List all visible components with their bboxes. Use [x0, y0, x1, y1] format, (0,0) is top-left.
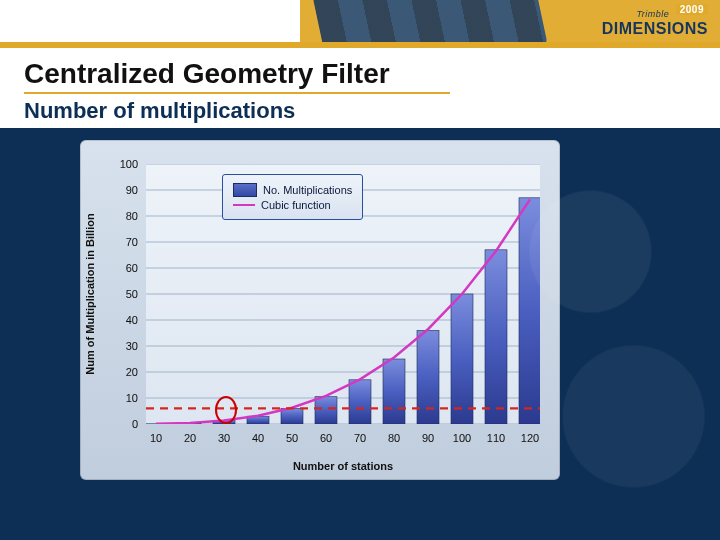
line-swatch-icon — [233, 204, 255, 206]
svg-text:40: 40 — [252, 432, 264, 444]
plot-area: No. Multiplications Cubic function — [146, 164, 540, 424]
legend-item-bar: No. Multiplications — [233, 183, 352, 197]
svg-text:90: 90 — [422, 432, 434, 444]
svg-rect-22 — [519, 198, 540, 424]
svg-rect-19 — [417, 330, 439, 424]
svg-text:10: 10 — [126, 392, 138, 404]
svg-text:20: 20 — [126, 366, 138, 378]
legend-line-label: Cubic function — [261, 199, 331, 211]
svg-text:50: 50 — [286, 432, 298, 444]
svg-text:100: 100 — [453, 432, 471, 444]
legend-bar-label: No. Multiplications — [263, 184, 352, 196]
brand-block: Trimble 2009 DIMENSIONS — [602, 4, 708, 38]
divider — [0, 42, 720, 48]
svg-rect-16 — [315, 397, 337, 424]
svg-text:70: 70 — [126, 236, 138, 248]
title-area: Centralized Geometry Filter Number of mu… — [24, 58, 696, 124]
x-axis: Number of stations1020304050607080901001… — [80, 424, 560, 480]
svg-text:110: 110 — [487, 432, 505, 444]
svg-text:Number of stations: Number of stations — [293, 460, 393, 472]
svg-rect-17 — [349, 380, 371, 424]
svg-text:30: 30 — [126, 340, 138, 352]
svg-text:90: 90 — [126, 184, 138, 196]
legend-item-line: Cubic function — [233, 199, 352, 211]
svg-text:50: 50 — [126, 288, 138, 300]
svg-text:Num of Multiplication in Billi: Num of Multiplication in Billion — [84, 213, 96, 375]
svg-text:60: 60 — [320, 432, 332, 444]
body: No. Multiplications Cubic function Num o… — [0, 128, 720, 540]
header: Trimble 2009 DIMENSIONS — [0, 0, 720, 42]
brand-product: DIMENSIONS — [602, 20, 708, 37]
svg-text:40: 40 — [126, 314, 138, 326]
svg-rect-21 — [485, 250, 507, 424]
svg-rect-18 — [383, 359, 405, 424]
svg-text:80: 80 — [388, 432, 400, 444]
svg-text:20: 20 — [184, 432, 196, 444]
svg-text:60: 60 — [126, 262, 138, 274]
svg-rect-20 — [451, 294, 473, 424]
svg-text:80: 80 — [126, 210, 138, 222]
page-subtitle: Number of multiplications — [24, 98, 696, 124]
page-title: Centralized Geometry Filter — [24, 58, 450, 94]
svg-text:100: 100 — [120, 158, 138, 170]
brand-company: Trimble — [637, 9, 670, 19]
svg-text:120: 120 — [521, 432, 539, 444]
bar-swatch-icon — [233, 183, 257, 197]
chart-panel: No. Multiplications Cubic function Num o… — [80, 140, 560, 480]
svg-text:30: 30 — [218, 432, 230, 444]
svg-text:10: 10 — [150, 432, 162, 444]
legend: No. Multiplications Cubic function — [222, 174, 363, 220]
svg-text:70: 70 — [354, 432, 366, 444]
brand-year: 2009 — [676, 4, 708, 15]
